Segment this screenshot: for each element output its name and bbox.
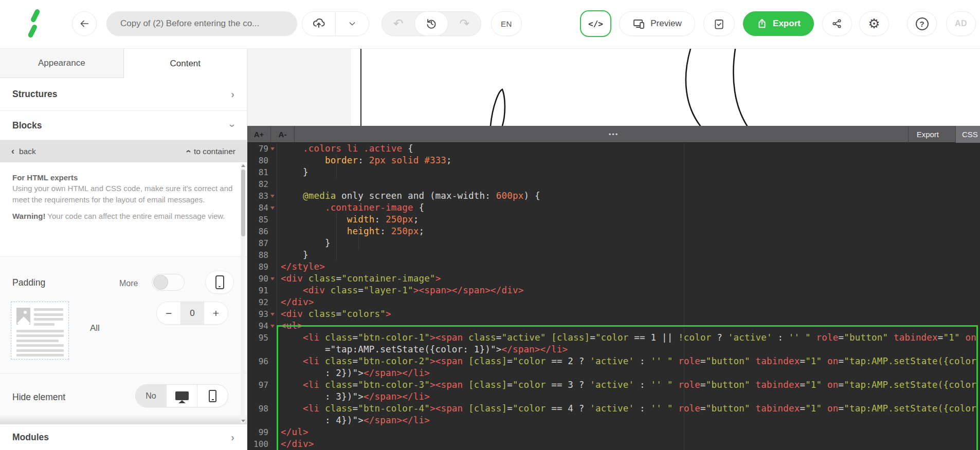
code-line[interactable]: 87 } [247, 237, 980, 249]
preview-button[interactable]: Preview [619, 11, 695, 36]
code-editor-content[interactable]: 79 .colors li .active {80 border: 2px so… [247, 143, 980, 450]
code-line[interactable]: 84 .container-image { [247, 202, 980, 214]
scroll-up-arrow[interactable] [241, 164, 245, 167]
code-line[interactable]: 83 @media only screen and (max-width: 60… [247, 190, 980, 202]
code-icon: </> [588, 19, 603, 29]
more-toggle[interactable] [152, 274, 185, 291]
code-line[interactable]: 82 [247, 178, 980, 190]
warning-body: Your code can affect the entire email me… [45, 212, 225, 220]
save-options-dropdown[interactable] [336, 12, 369, 35]
sidebar-item-blocks[interactable]: Blocks › [0, 111, 247, 140]
toggle-knob [153, 275, 168, 290]
top-toolbar: Copy of (2) Before entering the co... ↶ … [0, 0, 980, 49]
email-artwork [247, 49, 980, 126]
stepper-decrease-button[interactable]: − [157, 302, 180, 324]
line-number: 83 [247, 190, 268, 202]
code-line[interactable]: : 4})"></span></li> [247, 415, 980, 426]
code-line[interactable]: 99</ul> [247, 426, 980, 438]
code-line[interactable]: 81 } [247, 166, 980, 178]
padding-mobile-button[interactable] [205, 271, 234, 294]
fold-arrow-icon[interactable] [270, 277, 275, 280]
app-window: Copy of (2) Before entering the co... ↶ … [0, 0, 980, 450]
code-line[interactable]: 92</div> [247, 296, 980, 308]
sidebar-item-structures[interactable]: Structures › [0, 78, 247, 111]
test-email-button[interactable] [703, 11, 735, 36]
save-button-group [302, 11, 369, 36]
version-history-button[interactable] [414, 11, 448, 36]
to-container-label: to container [194, 147, 235, 156]
line-number: 81 [247, 166, 268, 178]
sidebar-scrollbar[interactable] [241, 163, 245, 423]
css-tab[interactable]: CSS [955, 126, 980, 143]
stepper-increase-button[interactable]: + [204, 302, 228, 324]
scrollbar-thumb[interactable] [241, 170, 245, 236]
line-number: 93 [247, 308, 268, 320]
back-button[interactable] [72, 11, 97, 36]
padding-section: Padding More [0, 257, 247, 373]
code-text: <div class="colors"> [281, 308, 391, 320]
section-shadow [0, 414, 247, 424]
to-container-link[interactable]: › to container [186, 146, 235, 157]
font-increase-button[interactable]: A+ [247, 126, 271, 142]
code-export-button[interactable]: Export [908, 126, 947, 143]
undo-button[interactable]: ↶ [382, 12, 414, 35]
line-number: 91 [247, 285, 268, 296]
panel-drag-handle[interactable]: ••• [609, 126, 619, 143]
code-line[interactable]: 86 height: 250px; [247, 226, 980, 237]
code-line[interactable]: 79 .colors li .active { [247, 143, 980, 155]
export-share-icon [756, 18, 768, 29]
tab-content[interactable]: Content [124, 49, 247, 78]
code-line[interactable]: ="tap:AMP.setState({color: 1})"></span><… [247, 344, 980, 355]
code-text: <li class="btn-color-4"><span [class]="c… [281, 403, 976, 415]
code-line[interactable]: 98 <li class="btn-color-4"><span [class]… [247, 403, 980, 415]
hide-option-mobile[interactable] [197, 385, 228, 407]
hide-element-segmented-control: No [135, 384, 228, 407]
line-number: 86 [247, 226, 268, 237]
code-line[interactable]: 95 <li class="btn-color-1"><span class="… [247, 332, 980, 344]
redo-button[interactable]: ↷ [448, 12, 481, 35]
scroll-down-arrow[interactable] [241, 420, 245, 422]
code-line[interactable]: 100</div> [247, 438, 980, 450]
code-line[interactable]: : 2})"></span></li> [247, 367, 980, 379]
hide-option-desktop[interactable] [166, 385, 197, 407]
language-button[interactable]: EN [491, 11, 522, 36]
code-line[interactable]: 85 width: 250px; [247, 214, 980, 226]
more-label: More [119, 279, 138, 288]
tab-appearance[interactable]: Appearance [0, 49, 124, 78]
code-line[interactable]: 97 <li class="btn-color-3"><span [class]… [247, 379, 980, 391]
language-label: EN [501, 20, 512, 28]
fold-arrow-icon[interactable] [270, 325, 275, 328]
hide-option-no[interactable]: No [136, 385, 166, 407]
email-title-field[interactable]: Copy of (2) Before entering the co... [106, 11, 297, 36]
code-line[interactable]: : 3})"></span></li> [247, 391, 980, 403]
avatar[interactable]: AD [946, 11, 976, 36]
code-editor-toggle-button[interactable]: </> [580, 10, 611, 37]
fold-arrow-icon[interactable] [270, 313, 275, 316]
back-link[interactable]: back [19, 147, 36, 156]
fold-arrow-icon[interactable] [270, 207, 275, 210]
export-button[interactable]: Export [743, 11, 814, 36]
code-text: ="tap:AMP.setState({color: 1})"></span><… [281, 344, 568, 355]
code-editor-toolbar: A+ A- ••• Export CSS [247, 126, 980, 143]
code-line[interactable]: 88 } [247, 249, 980, 261]
fold-arrow-icon[interactable] [270, 195, 275, 198]
code-line[interactable]: 91 <div class="layer-1"><span></span></d… [247, 285, 980, 296]
upload-button[interactable] [302, 12, 335, 35]
help-button[interactable]: ? [907, 11, 937, 36]
line-number: 99 [247, 426, 268, 438]
sidebar-item-modules[interactable]: Modules › [0, 424, 247, 450]
note-warning: Warning! Your code can affect the entire… [12, 211, 241, 222]
font-decrease-button[interactable]: A- [271, 126, 295, 142]
stepper-value[interactable]: 0 [180, 302, 204, 324]
code-line[interactable]: 93<div class="colors"> [247, 308, 980, 320]
share-button[interactable] [822, 11, 852, 36]
code-line[interactable]: 90<div class="container-image"> [247, 273, 980, 285]
fold-arrow-icon[interactable] [270, 147, 275, 151]
app-logo-icon[interactable] [25, 8, 43, 39]
code-line[interactable]: 89</style> [247, 261, 980, 273]
code-line[interactable]: 80 border: 2px solid #333; [247, 155, 980, 166]
redo-icon: ↷ [459, 16, 469, 31]
code-line[interactable]: 94<ul> [247, 320, 980, 332]
code-line[interactable]: 96 <li class="btn-color-2"><span [class]… [247, 355, 980, 367]
settings-button[interactable]: ⚙ [859, 11, 889, 36]
